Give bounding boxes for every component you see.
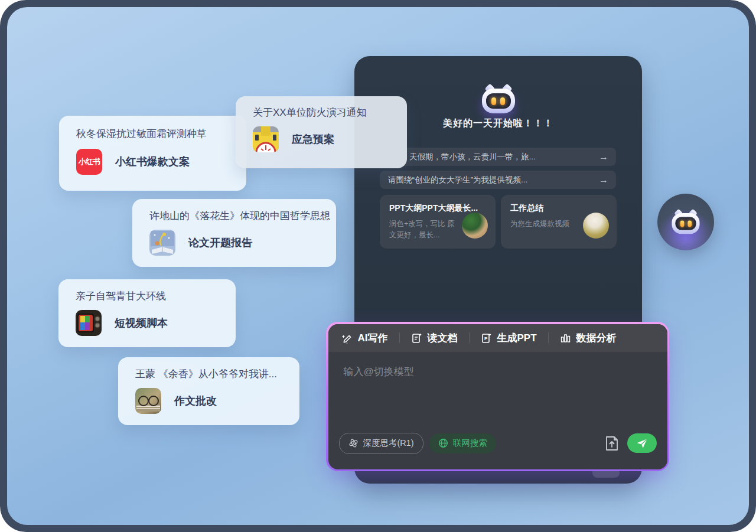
deep-think-label: 深度思考(R1)	[363, 438, 414, 449]
card-label: 论文开题报告	[188, 236, 252, 250]
prompt-card-avatar	[583, 213, 609, 239]
send-button[interactable]	[627, 433, 657, 453]
scenario-card-emergency-plan[interactable]: 关于XX单位防火演习通知 应急预案	[236, 96, 407, 168]
scenario-card-short-video[interactable]: 亲子自驾青甘大环线 短视频脚本	[58, 279, 236, 347]
prompt-card-thumbnail	[462, 213, 488, 239]
card-title: 许地山的《落花生》体现的中国哲学思想	[149, 209, 319, 223]
suggestion-row-travel[interactable]: 天假期，带小孩，云贵川一带，旅... →	[380, 148, 616, 166]
prompt-card-ppt-outline[interactable]: PPT大纲PPT大纲最长... 润色+改写，写比 原文更好，最长...	[380, 195, 496, 249]
tab-data-analysis[interactable]: 数据分析	[560, 331, 617, 345]
tab-read-document[interactable]: 读文档	[411, 331, 458, 345]
prompt-card-work-summary[interactable]: 工作总结 为您生成爆款视频	[501, 195, 617, 249]
web-search-label: 联网搜索	[453, 438, 487, 449]
arrow-right-icon[interactable]: →	[599, 175, 608, 185]
tab-generate-ppt[interactable]: P 生成PPT	[481, 331, 537, 345]
tab-label: 生成PPT	[497, 331, 537, 345]
upload-file-icon	[604, 435, 620, 452]
deep-think-toggle[interactable]: 深度思考(R1)	[339, 433, 423, 454]
scenario-card-essay-correction[interactable]: 王蒙 《余香》从小爷爷对我讲...	[118, 357, 299, 425]
suggestion-row-video[interactable]: 请围绕“创业的女大学生”为我提供视频... →	[380, 171, 616, 189]
prompt-card-desc: 润色+改写，写比 原文更好，最长...	[389, 218, 458, 241]
glasses-book-thumbnail-icon	[135, 388, 161, 414]
xiaohongshu-logo-icon: 小红书	[76, 149, 102, 175]
paper-plane-icon	[636, 438, 648, 449]
prompt-card-title: 工作总结	[510, 203, 607, 214]
prompt-card-title: PPT大纲PPT大纲最长...	[389, 203, 486, 214]
ppt-document-icon: P	[481, 332, 492, 344]
robot-mascot-icon	[672, 210, 699, 234]
robot-mascot-icon	[482, 84, 515, 114]
composer-panel: AI写作 读文档 P	[326, 322, 669, 471]
tab-ai-writing[interactable]: AI写作	[341, 331, 388, 345]
card-label: 作文批改	[174, 394, 217, 408]
tab-label: 数据分析	[576, 331, 617, 345]
tab-divider	[399, 332, 400, 343]
card-title: 亲子自驾青甘大环线	[76, 289, 219, 303]
card-label: 短视频脚本	[115, 316, 168, 330]
suggestion-text: 请围绕“创业的女大学生”为我提供视频...	[380, 175, 527, 185]
arrow-right-icon[interactable]: →	[599, 152, 608, 162]
card-label: 小红书爆款文案	[115, 155, 190, 169]
upload-file-button[interactable]	[602, 434, 621, 453]
pen-sparkle-icon	[341, 332, 353, 344]
fire-drill-thumbnail-icon	[253, 126, 279, 152]
card-title: 王蒙 《余香》从小爷爷对我讲...	[135, 367, 282, 381]
card-label: 应急预案	[292, 132, 334, 146]
svg-text:P: P	[484, 336, 488, 341]
tab-divider	[469, 332, 470, 343]
prompt-card-desc: 为您生成爆款视频	[510, 218, 579, 230]
tab-divider	[548, 332, 549, 343]
scenario-card-thesis-proposal[interactable]: 许地山的《落花生》体现的中国哲学思想 论文开题报告	[132, 199, 336, 267]
composer-tabbar: AI写作 读文档 P	[328, 324, 667, 352]
card-title: 秋冬保湿抗过敏面霜评测种草	[76, 127, 229, 141]
document-sparkle-icon	[411, 332, 422, 344]
bar-chart-icon	[560, 332, 571, 344]
screenshot-stage: 美好的一天开始啦！！！ 天假期，带小孩，云贵川一带，旅... → 请围绕“创业的…	[0, 0, 756, 532]
card-title: 关于XX单位防火演习通知	[253, 106, 390, 120]
composer-footer: 深度思考(R1) 联网搜索	[328, 427, 667, 469]
tab-label: AI写作	[358, 331, 388, 345]
open-book-thumbnail-icon	[149, 230, 175, 256]
tab-label: 读文档	[428, 331, 458, 345]
scenario-card-xiaohongshu[interactable]: 秋冬保湿抗过敏面霜评测种草 小红书 小红书爆款文案	[59, 116, 246, 191]
web-search-toggle[interactable]: 联网搜索	[429, 433, 496, 453]
composer-input-area[interactable]	[328, 352, 667, 427]
atom-icon	[348, 438, 359, 448]
globe-icon	[438, 438, 448, 448]
retro-tv-thumbnail-icon	[76, 310, 102, 336]
prompt-input[interactable]	[328, 352, 667, 427]
assistant-float-badge[interactable]	[657, 194, 714, 250]
